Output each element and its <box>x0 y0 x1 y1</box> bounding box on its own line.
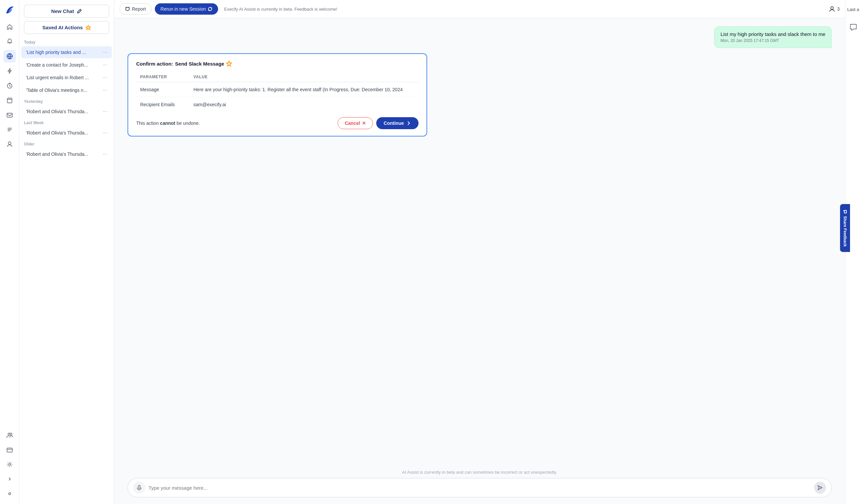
confirm-title: Confirm action: Send Slack Message <box>136 60 419 67</box>
chat-item-text: 'Robert and Olivia's Thursda... <box>26 109 103 114</box>
message-input[interactable] <box>149 485 811 491</box>
chat-item-menu[interactable]: ··· <box>103 74 107 81</box>
chat-footer: AI Assist is currently in beta and can s… <box>114 466 845 504</box>
continue-label: Continue <box>384 121 404 126</box>
footer-note: AI Assist is currently in beta and can s… <box>127 470 832 475</box>
nav-card[interactable] <box>3 444 16 456</box>
section-last-week: Last Week <box>19 118 114 126</box>
cancel-label: Cancel <box>345 121 360 126</box>
continue-button[interactable]: Continue <box>376 117 419 129</box>
warning-bold: cannot <box>160 121 176 126</box>
chat-item-text: 'Robert and Olivia's Thursda... <box>26 130 103 136</box>
chat-item[interactable]: 'List high priority tasks and ... ··· <box>21 46 112 58</box>
section-today: Today <box>19 37 114 46</box>
nav-calendar[interactable] <box>3 94 16 107</box>
col-parameter: PARAMETER <box>136 72 189 82</box>
report-label: Report <box>132 6 146 12</box>
warning-text: This action cannot be undone. <box>136 121 200 126</box>
feedback-tab[interactable]: Share Feedback <box>840 204 850 252</box>
cancel-icon: ✕ <box>362 121 366 126</box>
svg-point-10 <box>831 6 833 9</box>
col-value: VALUE <box>189 72 419 82</box>
confirm-label: Confirm action: <box>136 61 173 67</box>
saved-actions-label: Saved AI Actions <box>42 25 83 30</box>
param-value: sam@execify.ai <box>189 97 419 112</box>
param-name: Message <box>136 82 189 97</box>
send-button[interactable] <box>814 482 826 494</box>
chat-item[interactable]: 'Table of Olivia's meetings n... ··· <box>21 84 112 96</box>
nav-home[interactable] <box>3 21 16 33</box>
nav-list[interactable] <box>3 123 16 136</box>
table-row: Message Here are your high-priority task… <box>136 82 419 97</box>
chat-item[interactable]: 'Robert and Olivia's Thursda... ··· <box>21 127 112 139</box>
section-older: Older <box>19 139 114 148</box>
feedback-label: Share Feedback <box>843 216 847 247</box>
chat-item[interactable]: 'Robert and Olivia's Thursda... ··· <box>21 148 112 160</box>
mic-button[interactable] <box>133 482 145 494</box>
chat-item-menu[interactable]: ··· <box>103 109 107 114</box>
nav-clock[interactable] <box>3 79 16 92</box>
chat-item-menu[interactable]: ··· <box>103 62 107 68</box>
nav-extra[interactable] <box>3 487 16 500</box>
svg-point-4 <box>8 142 11 145</box>
user-count-value: 3 <box>837 6 840 12</box>
user-message-text: List my high priority tasks and slack th… <box>721 31 825 37</box>
cancel-button[interactable]: Cancel ✕ <box>338 117 373 129</box>
rerun-button[interactable]: Rerun in new Session <box>155 3 218 15</box>
action-name-text: Send Slack Message <box>175 61 224 67</box>
svg-point-8 <box>9 463 11 465</box>
user-count[interactable]: 3 <box>829 6 840 12</box>
chat-item-text: 'List high priority tasks and ... <box>26 50 103 55</box>
confirm-footer: This action cannot be undone. Cancel ✕ C… <box>136 117 419 129</box>
icon-bar <box>0 0 19 504</box>
sidebar-header: New Chat Saved AI Actions <box>19 0 114 37</box>
param-value: Here are your high-priority tasks: 1. Re… <box>189 82 419 97</box>
svg-rect-2 <box>7 98 12 103</box>
report-button[interactable]: Report <box>120 3 151 15</box>
nav-contacts[interactable] <box>3 138 16 150</box>
saved-actions-button[interactable]: Saved AI Actions <box>24 21 109 34</box>
params-table: PARAMETER VALUE Message Here are your hi… <box>136 72 419 112</box>
beta-notice: Execify AI Assist is currently in beta. … <box>224 6 337 12</box>
chat-item-menu[interactable]: ··· <box>103 130 107 136</box>
rerun-label: Rerun in new Session <box>161 6 206 12</box>
svg-rect-7 <box>7 448 12 452</box>
svg-rect-3 <box>7 113 12 117</box>
chat-item-text: 'Table of Olivia's meetings n... <box>26 87 103 93</box>
chat-item-text: 'Create a contact for Joseph... <box>26 62 103 68</box>
chat-item-menu[interactable]: ··· <box>103 49 107 55</box>
confirm-actions: Cancel ✕ Continue <box>338 117 419 129</box>
svg-point-9 <box>9 493 11 495</box>
svg-rect-11 <box>138 485 140 488</box>
user-message-timestamp: Mon, 20 Jan 2025 17:47:15 GMT <box>721 38 825 43</box>
chat-bubble-icon[interactable] <box>849 23 857 32</box>
chat-item-menu[interactable]: ··· <box>103 87 107 93</box>
nav-globe[interactable] <box>3 50 16 63</box>
confirm-action-name: Send Slack Message <box>175 60 232 67</box>
last-activity: Last a <box>847 7 859 12</box>
table-row: Recipient Emails sam@execify.ai <box>136 97 419 112</box>
chat-item-text: 'Robert and Olivia's Thursda... <box>26 151 103 157</box>
confirm-action-card: Confirm action: Send Slack Message PARAM… <box>127 53 427 136</box>
svg-point-6 <box>10 433 12 435</box>
chat-item[interactable]: 'Create a contact for Joseph... ··· <box>21 59 112 71</box>
nav-expand[interactable] <box>3 473 16 485</box>
nav-lightning[interactable] <box>3 65 16 77</box>
nav-team[interactable] <box>3 429 16 441</box>
chat-item-text: 'List urgent emails in Robert ... <box>26 75 103 80</box>
new-chat-label: New Chat <box>51 8 74 14</box>
chat-item-menu[interactable]: ··· <box>103 151 107 157</box>
nav-settings[interactable] <box>3 458 16 471</box>
app-logo[interactable] <box>4 4 16 16</box>
topbar: Report Rerun in new Session Execify AI A… <box>114 0 845 18</box>
nav-mail[interactable] <box>3 109 16 121</box>
right-panel: Last a <box>845 0 861 504</box>
chat-item[interactable]: 'List urgent emails in Robert ... ··· <box>21 71 112 84</box>
input-bar <box>127 478 832 498</box>
chat-item[interactable]: 'Robert and Olivia's Thursda... ··· <box>21 106 112 118</box>
main-content: Report Rerun in new Session Execify AI A… <box>114 0 845 504</box>
new-chat-button[interactable]: New Chat <box>24 5 109 18</box>
chat-area: List my high priority tasks and slack th… <box>114 18 845 466</box>
sidebar: New Chat Saved AI Actions Today 'List hi… <box>19 0 114 504</box>
nav-notifications[interactable] <box>3 35 16 48</box>
